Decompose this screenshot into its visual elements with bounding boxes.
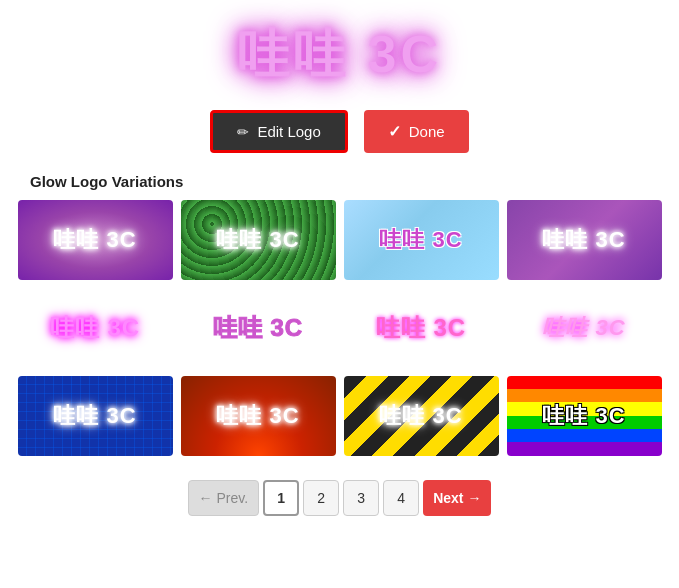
logo-variation-11[interactable]: 哇哇 3C [344,376,499,456]
logo-text-3: 哇哇 3C [379,225,462,255]
done-label: Done [409,123,445,140]
logo-variation-9[interactable]: 哇哇 3C [18,376,173,456]
logo-text-6: 哇哇 3C [213,312,303,344]
page-title: 哇哇 3C [237,20,442,90]
logo-text-8: 哇哇 3C [542,313,625,343]
logo-variation-5[interactable]: 哇哇 3C [18,288,173,368]
page-button-3[interactable]: 3 [343,480,379,516]
logo-variation-2[interactable]: 哇哇 3C [181,200,336,280]
page-3-label: 3 [357,490,365,506]
logo-variation-1[interactable]: 哇哇 3C [18,200,173,280]
page-2-label: 2 [317,490,325,506]
pagination: ← Prev. 1 2 3 4 Next → [188,480,492,516]
logo-text-7: 哇哇 3C [376,312,466,344]
logo-text-10: 哇哇 3C [216,401,299,431]
next-button[interactable]: Next → [423,480,491,516]
logo-variation-7[interactable]: 哇哇 3C [344,288,499,368]
logo-variation-10[interactable]: 哇哇 3C [181,376,336,456]
page-button-1[interactable]: 1 [263,480,299,516]
logo-variation-4[interactable]: 哇哇 3C [507,200,662,280]
edit-logo-label: Edit Logo [257,123,320,140]
logo-text-5: 哇哇 3C [50,312,140,344]
logo-variation-6[interactable]: 哇哇 3C [181,288,336,368]
logo-text-2: 哇哇 3C [216,225,299,255]
logo-variation-8[interactable]: 哇哇 3C [507,288,662,368]
check-icon [388,122,401,141]
button-row: Edit Logo Done [210,110,468,153]
logo-variation-3[interactable]: 哇哇 3C [344,200,499,280]
edit-logo-button[interactable]: Edit Logo [210,110,347,153]
logo-text-9: 哇哇 3C [53,401,136,431]
page-button-2[interactable]: 2 [303,480,339,516]
page-4-label: 4 [397,490,405,506]
done-button[interactable]: Done [364,110,469,153]
logo-text-11: 哇哇 3C [379,401,462,431]
section-title: Glow Logo Variations [30,173,183,190]
logo-grid: 哇哇 3C 哇哇 3C 哇哇 3C 哇哇 3C 哇哇 3C 哇哇 3C 哇哇 3… [18,200,662,456]
pencil-icon [237,123,249,140]
next-label: Next → [433,490,481,506]
prev-label: ← Prev. [199,490,249,506]
logo-variation-12[interactable]: 哇哇 3C [507,376,662,456]
prev-button[interactable]: ← Prev. [188,480,260,516]
logo-text-1: 哇哇 3C [53,225,136,255]
logo-text-12: 哇哇 3C [542,401,625,431]
page-1-label: 1 [277,490,285,506]
logo-text-4: 哇哇 3C [542,225,625,255]
page-button-4[interactable]: 4 [383,480,419,516]
